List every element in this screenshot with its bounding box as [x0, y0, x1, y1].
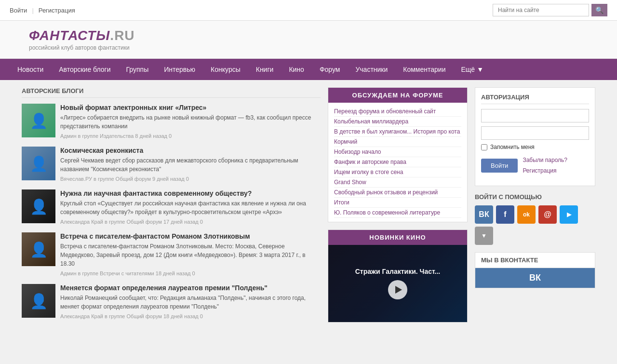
more-social-icon[interactable]: ▼: [475, 227, 493, 245]
site-logo: ФАНТАСТЫ.RU: [29, 28, 588, 43]
avatar: [22, 232, 55, 266]
blog-content: Нужна ли научная фантастика современному…: [60, 189, 321, 225]
nav-comments[interactable]: Комментарии: [395, 59, 453, 80]
forum-link[interactable]: Grand Show: [334, 177, 461, 188]
site-header: ФАНТАСТЫ.RU российский клуб авторов фант…: [0, 21, 617, 59]
top-bar: Войти | Регистрация 🔍: [0, 0, 617, 21]
nav-interview[interactable]: Интервью: [156, 59, 203, 80]
cinema-overlay: Стражи Галактики. Част...: [328, 245, 467, 322]
register-link-auth[interactable]: Регистрация: [523, 166, 567, 176]
nav-forum[interactable]: Форум: [312, 59, 348, 80]
twitter-login-icon[interactable]: ▶: [560, 205, 578, 224]
facebook-login-icon[interactable]: f: [496, 205, 514, 224]
right-column: АВТОРИЗАЦИЯ Запомнить меня Войти Забыли …: [475, 87, 595, 330]
username-input[interactable]: [481, 109, 589, 122]
forum-link[interactable]: В детстве я был хулиганом... История про…: [334, 127, 461, 137]
chevron-down-icon: ▼: [477, 66, 483, 73]
nav-news[interactable]: Новости: [10, 59, 51, 80]
search-input[interactable]: [493, 4, 589, 16]
vk-box-title: МЫ В ВКОНТАКТЕ: [475, 253, 595, 268]
blog-content: Космическая реконкиста Сергей Чекмаев ве…: [60, 147, 321, 182]
auth-links: Забыли пароль? Регистрация: [523, 155, 567, 176]
auth-actions: Войти Забыли пароль? Регистрация: [481, 155, 589, 176]
forum-link[interactable]: Ю. Поляков о современной литературе: [334, 208, 461, 218]
blog-title-link[interactable]: Космическая реконкиста: [60, 147, 143, 154]
vk-box: МЫ В ВКОНТАКТЕ ВК: [475, 252, 595, 288]
left-column: АВТОРСКИЕ БЛОГИ Новый формат электронных…: [22, 87, 321, 330]
forum-link[interactable]: Переезд форума и обновленный сайт: [334, 107, 461, 117]
forum-links: Переезд форума и обновленный сайт Колыбе…: [328, 103, 467, 222]
auth-title: АВТОРИЗАЦИЯ: [481, 94, 589, 104]
nav-groups[interactable]: Группы: [119, 59, 157, 80]
blog-meta: Админ в группе Встречи с читателями 18 д…: [60, 270, 321, 276]
blog-title-link[interactable]: Нужна ли научная фантастика современному…: [60, 189, 252, 197]
blog-title-link[interactable]: Меняется формат определения лауреатов пр…: [60, 284, 268, 292]
avatar: [22, 284, 55, 318]
forum-link[interactable]: Нобизодр начало: [334, 147, 461, 157]
blog-post: Космическая реконкиста Сергей Чекмаев ве…: [22, 147, 321, 182]
cinema-box: НОВИНКИ КИНО Стражи Галактики. Част...: [328, 229, 468, 323]
mailru-login-icon[interactable]: @: [538, 205, 557, 224]
forum-link[interactable]: Колыбельная миллиардера: [334, 117, 461, 127]
blog-content: Меняется формат определения лауреатов пр…: [60, 284, 321, 319]
avatar: [22, 147, 55, 180]
nav-cinema[interactable]: Кино: [281, 59, 312, 80]
forum-box: ОБСУЖДАЕМ НА ФОРУМЕ Переезд форума и обн…: [328, 87, 468, 222]
avatar: [22, 189, 55, 223]
avatar: [22, 104, 55, 137]
remember-me-checkbox[interactable]: [481, 144, 487, 150]
forum-link[interactable]: Кормчий: [334, 137, 461, 147]
logo-ru: .RU: [110, 28, 134, 43]
divider: |: [32, 7, 33, 14]
blog-title-link[interactable]: Новый формат электронных книг «Литрес»: [60, 104, 206, 111]
blog-meta: Александра Край в группе Общий форум 17 …: [60, 219, 321, 225]
register-link[interactable]: Регистрация: [39, 7, 75, 14]
blog-meta: Александра Край в группе Общий форум 18 …: [60, 313, 321, 319]
blog-post: Встреча с писателем-фантастом Романом Зл…: [22, 232, 321, 276]
auth-box: АВТОРИЗАЦИЯ Запомнить меня Войти Забыли …: [475, 87, 595, 186]
blog-excerpt: Встреча с писателем-фантастом Романом Зл…: [60, 242, 321, 268]
password-input[interactable]: [481, 126, 589, 140]
cinema-box-title: НОВИНКИ КИНО: [328, 230, 467, 245]
odnoklassniki-login-icon[interactable]: ok: [517, 205, 536, 224]
forgot-password-link[interactable]: Забыли пароль?: [523, 155, 567, 166]
blog-title-link[interactable]: Встреча с писателем-фантастом Романом Зл…: [60, 232, 250, 240]
forum-link[interactable]: Свободный рынок отзывов и рецензий: [334, 188, 461, 198]
nav-author-blogs[interactable]: Авторские блоги: [51, 59, 118, 80]
cinema-thumbnail[interactable]: Стражи Галактики. Част...: [328, 245, 467, 322]
vk-join-button[interactable]: ВК: [475, 268, 595, 288]
nav-books[interactable]: Книги: [248, 59, 282, 80]
vk-login-icon[interactable]: ВК: [475, 205, 493, 224]
vk-icon: ВК: [529, 273, 541, 283]
login-button[interactable]: Войти: [481, 159, 518, 173]
search-button[interactable]: 🔍: [591, 4, 607, 16]
cinema-movie-title: Стражи Галактики. Част...: [350, 268, 445, 275]
login-link[interactable]: Войти: [10, 7, 27, 14]
nav-more[interactable]: Ещё ▼: [453, 59, 491, 80]
blog-post: Новый формат электронных книг «Литрес» «…: [22, 104, 321, 139]
blog-excerpt: Николай Романецкий сообщает, что: Редакц…: [60, 294, 321, 311]
blog-content: Встреча с писателем-фантастом Романом Зл…: [60, 232, 321, 276]
main-container: АВТОРСКИЕ БЛОГИ Новый формат электронных…: [12, 80, 605, 337]
middle-column: ОБСУЖДАЕМ НА ФОРУМЕ Переезд форума и обн…: [328, 87, 468, 330]
nav-contests[interactable]: Конкурсы: [203, 59, 248, 80]
blog-excerpt: «Литрес» собирается внедрить на рынке но…: [60, 113, 321, 131]
blog-meta: Вячеслав.РУ в группе Общий форум 9 дней …: [60, 176, 321, 182]
social-title: ВОЙТИ С ПОМОЩЬЮ: [475, 193, 595, 201]
top-bar-left: Войти | Регистрация: [10, 7, 75, 14]
blog-excerpt: Круглый стол «Существует ли российская н…: [60, 199, 321, 216]
remember-me-label: Запомнить меня: [490, 144, 535, 150]
forum-box-title: ОБСУЖДАЕМ НА ФОРУМЕ: [328, 88, 467, 103]
logo-subtitle: российский клуб авторов фантастики: [29, 44, 588, 51]
logo-text: ФАНТАСТЫ: [29, 28, 110, 43]
social-icons: ВК f ok @ ▶ ▼: [475, 205, 595, 245]
forum-link[interactable]: Итоги: [334, 198, 461, 208]
forum-link[interactable]: Ищем иголку в стоге сена: [334, 167, 461, 177]
forum-link[interactable]: Фанфик и авторские права: [334, 157, 461, 167]
blog-post: Меняется формат определения лауреатов пр…: [22, 284, 321, 319]
social-login-section: ВОЙТИ С ПОМОЩЬЮ ВК f ok @ ▶ ▼: [475, 193, 595, 245]
nav-members[interactable]: Участники: [348, 59, 395, 80]
blog-post: Нужна ли научная фантастика современному…: [22, 189, 321, 225]
play-button[interactable]: [388, 280, 407, 299]
top-bar-right: 🔍: [493, 4, 607, 16]
